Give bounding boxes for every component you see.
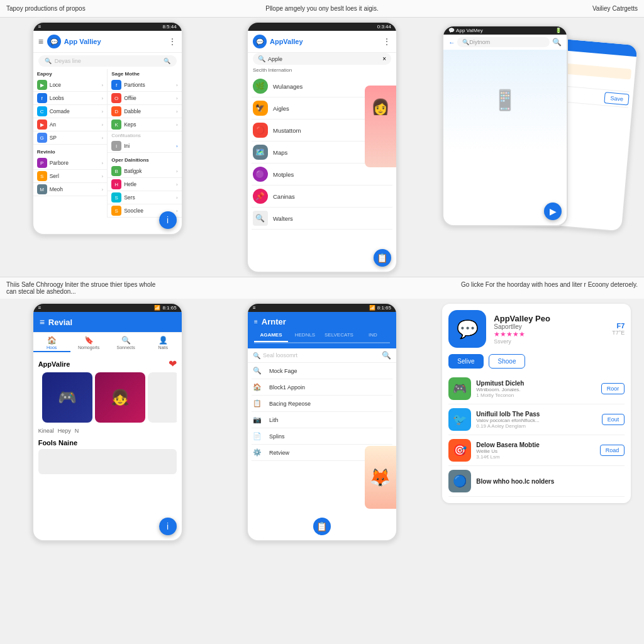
phone4-bottom-nav: 🏠 Hoos 🔖 Nomogorts 🔍 Sonnects 👤 Nalis bbox=[33, 332, 182, 354]
featured-card-1[interactable]: 🎮 bbox=[42, 372, 92, 423]
phone3-search-btn[interactable]: 🔍 bbox=[552, 38, 562, 47]
fab-4[interactable]: i bbox=[159, 518, 177, 535]
cat-item-parbore[interactable]: P Parbore › bbox=[33, 157, 108, 170]
featured-card-3[interactable] bbox=[148, 372, 177, 423]
phone3-container: 💬 App ValMey Aloge C Appys Pllaypovlsksh… bbox=[442, 21, 631, 242]
caption-bottom-left-text: Thiis Safe Chhroogy lniter the struoe th… bbox=[6, 281, 155, 295]
app-list-item-3: 🎯 Delow Basera Mobtie Wellie Us 3.14€ Ls… bbox=[448, 435, 625, 466]
cat-item-loobs[interactable]: f Loobs › bbox=[33, 92, 108, 105]
phone5-fab[interactable]: 📋 bbox=[313, 518, 331, 535]
app-name-2: Unifluil lolb The Pass bbox=[476, 411, 601, 418]
result-caninas[interactable]: 📌 Caninas bbox=[252, 186, 392, 208]
statusbar-time-5: 8:1:65 bbox=[377, 305, 391, 311]
app-desc-1: Winlboorn. Jonales. bbox=[476, 387, 601, 392]
appstore-solve-btn[interactable]: Selive bbox=[448, 354, 483, 369]
appstore-price-block: F7 T7°E bbox=[612, 322, 625, 336]
result-name-walters: Walters bbox=[273, 215, 293, 222]
phone1-content: Eapoy ▶ Loce › f Loobs › C Comade › bbox=[33, 69, 182, 218]
caption-bottom-right: Go licke For the hoorday with hoes and l… bbox=[322, 277, 644, 299]
menu-label-block1: Block1 Appoin bbox=[269, 384, 305, 391]
hamburger-icon-5[interactable]: ≡ bbox=[254, 318, 258, 325]
featured-card-2[interactable]: 👧 bbox=[95, 372, 145, 423]
cat-item-sp[interactable]: G SP › bbox=[33, 131, 108, 145]
phone3-search-icon: 🔍 bbox=[462, 39, 469, 45]
app-list-item-2: 🐦 Unifluil lolb The Pass Valov pocolcan … bbox=[448, 404, 625, 435]
search-icon-2: 🔍 bbox=[258, 55, 265, 62]
app-btn-2[interactable]: Eout bbox=[602, 414, 625, 425]
chevron-meoh: › bbox=[101, 187, 103, 192]
cat-item-meoh[interactable]: M Meoh › bbox=[33, 183, 108, 196]
result-icon-mustattom: 🔴 bbox=[253, 123, 268, 138]
menu-dots-2[interactable]: ⋮ bbox=[382, 36, 391, 47]
result-name-mustattom: Mustattom bbox=[273, 127, 301, 134]
tab-selvecats[interactable]: SELVECATS bbox=[322, 329, 356, 342]
fab-1[interactable]: i bbox=[159, 211, 177, 229]
menu-item-lith[interactable]: 📷 Lith bbox=[252, 412, 392, 428]
nav-nomogorts[interactable]: 🔖 Nomogorts bbox=[70, 335, 108, 352]
chevron-sers: › bbox=[176, 195, 178, 201]
search-bar-1[interactable]: 🔍 Deyas line 🔍 bbox=[38, 55, 177, 67]
cat-item-partionts[interactable]: f Partionts › bbox=[108, 79, 182, 92]
overlay-image-5: 🦊 bbox=[365, 446, 396, 509]
menu-dots-1[interactable]: ⋮ bbox=[168, 36, 177, 47]
cat-item-comade[interactable]: C Comade › bbox=[33, 105, 108, 118]
cat-item-ini[interactable]: I Ini › bbox=[108, 140, 182, 153]
fab-3[interactable]: ▶ bbox=[544, 203, 562, 220]
hamburger-icon[interactable]: ≡ bbox=[38, 36, 43, 47]
cat-item-hetle[interactable]: H Hetle › bbox=[108, 178, 182, 191]
menu-icon-mockfage: 🔍 bbox=[253, 367, 264, 375]
caption-top-left: Tapoy productions of propos bbox=[0, 0, 214, 17]
search-clear-icon[interactable]: × bbox=[382, 55, 386, 62]
caption-bottom-spacer bbox=[167, 277, 322, 299]
phone3-fg-search[interactable]: 🔍 Diytnom bbox=[457, 37, 550, 47]
cat-label-ini: Ini bbox=[124, 143, 130, 149]
search-container-2[interactable]: 🔍 Apple × bbox=[253, 53, 391, 65]
overlay-emoji-2: 👩 bbox=[365, 86, 396, 116]
phone3-save-btn[interactable]: Save bbox=[604, 92, 630, 105]
cat-item-an[interactable]: ▶ An › bbox=[33, 118, 108, 131]
hamburger-icon-4[interactable]: ≡ bbox=[40, 317, 45, 327]
menu-item-bacing[interactable]: 📋 Bacing Repeose bbox=[252, 396, 392, 412]
cat-icon-serl: S bbox=[37, 171, 47, 181]
menu-item-splins[interactable]: 📄 Splins bbox=[252, 428, 392, 445]
appstore-btn-row: Selive Shooe bbox=[448, 354, 625, 369]
cat-item-loce[interactable]: ▶ Loce › bbox=[33, 79, 108, 92]
appstore-share-btn[interactable]: Shooe bbox=[489, 354, 526, 369]
back-icon-3[interactable]: ← bbox=[448, 39, 455, 46]
cat-item-offiie[interactable]: O Offiie › bbox=[108, 92, 182, 105]
phone5-blue-header: ≡ Arnter AGAMES HEDNLS SELVECATS IND bbox=[248, 312, 396, 348]
nav-hoos[interactable]: 🏠 Hoos bbox=[33, 335, 70, 352]
cat-item-keps[interactable]: K Keps › bbox=[108, 118, 182, 131]
phone3-statusbar: 💬 App ValMey 🔋 bbox=[443, 26, 567, 35]
tab-agames[interactable]: AGAMES bbox=[254, 329, 288, 342]
phone5-tab-bar: AGAMES HEDNLS SELVECATS IND bbox=[254, 329, 390, 343]
search-btn-5[interactable]: 🔍 bbox=[382, 351, 391, 360]
cat-item-dabble[interactable]: D Dabble › bbox=[108, 105, 182, 118]
statusbar-1: ≡ 8:5:44 bbox=[33, 23, 182, 31]
app-btn-1[interactable]: Roor bbox=[601, 383, 625, 394]
phone3-statusbar-logo: 💬 App ValMey bbox=[448, 28, 482, 33]
phone3-fab[interactable]: ▶ bbox=[544, 203, 562, 220]
cat-item-sers[interactable]: S Sers › bbox=[108, 191, 182, 204]
cat-item-serl[interactable]: S Serl › bbox=[33, 170, 108, 183]
statusbar-time-2: 0:3:44 bbox=[377, 24, 391, 30]
chevron-keps: › bbox=[176, 122, 178, 128]
tab-ind[interactable]: IND bbox=[356, 329, 390, 342]
app-btn-3[interactable]: Road bbox=[600, 445, 625, 456]
menu-item-mockfage[interactable]: 🔍 Mock Fage bbox=[252, 363, 392, 379]
nav-sonnects[interactable]: 🔍 Sonnects bbox=[108, 335, 145, 352]
fab-2[interactable]: 📋 bbox=[374, 249, 391, 267]
menu-item-block1[interactable]: 🏠 Block1 Appoin bbox=[252, 379, 392, 396]
cat-label-offiie: Offiie bbox=[124, 95, 136, 101]
phone5-search-row[interactable]: 🔍 Seal loosomrt 🔍 bbox=[248, 348, 396, 363]
cat-icon-partionts: f bbox=[111, 80, 121, 90]
wifi-icon-5: 📶 bbox=[369, 305, 375, 311]
cat-label-partionts: Partionts bbox=[124, 82, 145, 88]
app-meta-3: 3.14€ Lsm bbox=[476, 454, 599, 460]
result-walters[interactable]: 🔍 Walters bbox=[252, 208, 392, 230]
cat-item-batlgpk[interactable]: B Batlgpk › bbox=[108, 165, 182, 178]
nav-nalis[interactable]: 👤 Nalis bbox=[145, 335, 182, 352]
cat-icon-meoh: M bbox=[37, 184, 47, 194]
tab-hednls[interactable]: HEDNLS bbox=[288, 329, 322, 342]
cat4-title: Oper Dalnitions bbox=[108, 155, 182, 165]
